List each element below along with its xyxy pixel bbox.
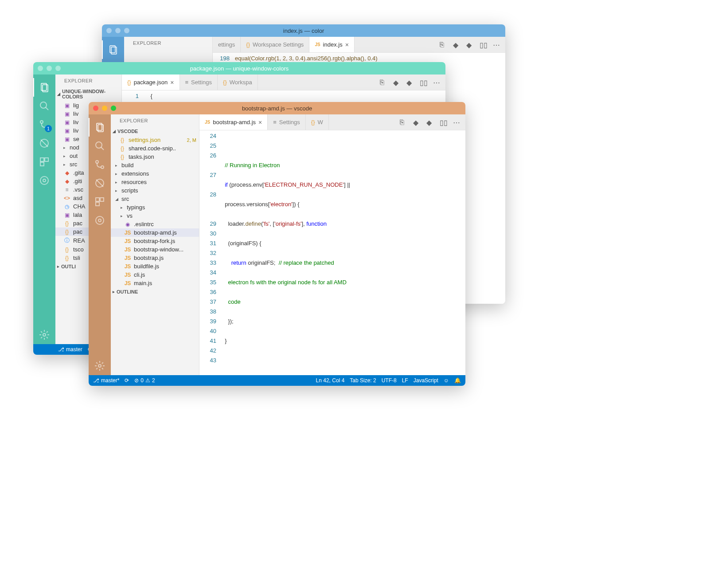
- split-icon[interactable]: ▯▯: [440, 118, 448, 126]
- titlebar[interactable]: bootstrap-amd.js — vscode: [89, 102, 465, 114]
- bookmark-icon[interactable]: ⎘: [380, 78, 388, 86]
- settings-icon[interactable]: [89, 357, 111, 375]
- maximize-button[interactable]: [124, 28, 129, 33]
- svg-point-18: [96, 142, 102, 148]
- bell-icon[interactable]: 🔔: [454, 377, 461, 384]
- svg-point-14: [43, 179, 46, 182]
- tab-workspace[interactable]: {}Workspa: [218, 74, 258, 90]
- language-mode[interactable]: JavaScript: [414, 377, 438, 384]
- tab-package-json[interactable]: {}package.json×: [122, 74, 180, 90]
- eol[interactable]: LF: [402, 377, 408, 384]
- folder-section[interactable]: ◢UNIQUE-WINDOW-COLORS: [55, 87, 121, 101]
- file-item[interactable]: {}shared.code-snip..: [111, 144, 199, 153]
- titlebar[interactable]: index.js — color: [102, 24, 505, 37]
- tab-settings[interactable]: ≡Settings: [268, 114, 306, 130]
- file-item[interactable]: JSmain.js: [111, 279, 199, 287]
- close-icon[interactable]: ×: [345, 41, 349, 48]
- scm-icon[interactable]: [89, 155, 111, 174]
- file-item[interactable]: {}settings.json2, M: [111, 136, 199, 144]
- problems-status[interactable]: ⊘ 0 ⚠ 2: [134, 377, 155, 384]
- more-icon[interactable]: ⋯: [433, 78, 441, 86]
- minimize-button[interactable]: [47, 66, 52, 71]
- scm-icon[interactable]: 1: [33, 115, 55, 134]
- gitlens-icon[interactable]: [33, 171, 55, 190]
- file-item[interactable]: JSbuildfile.js: [111, 262, 199, 270]
- tab-workspace-settings[interactable]: {}Workspace Settings: [241, 37, 309, 52]
- tab-bar: {}package.json× ≡Settings {}Workspa ⎘ ◆ …: [122, 74, 445, 90]
- next-icon[interactable]: ◆: [426, 118, 434, 126]
- file-item[interactable]: JSbootstrap-fork.js: [111, 237, 199, 245]
- close-button[interactable]: [106, 28, 112, 33]
- svg-point-27: [96, 216, 104, 224]
- tab-settings[interactable]: ettings: [213, 37, 241, 52]
- next-icon[interactable]: ◆: [466, 41, 474, 49]
- outline-section[interactable]: ▸OUTLINE: [111, 287, 199, 296]
- folder-item[interactable]: ▸vs: [111, 212, 199, 220]
- prev-icon[interactable]: ◆: [393, 78, 401, 86]
- folder-section[interactable]: ◢VSCODE: [111, 127, 199, 136]
- search-icon[interactable]: [33, 97, 55, 115]
- tab-settings[interactable]: ≡Settings: [180, 74, 218, 90]
- minimize-button[interactable]: [102, 106, 107, 111]
- file-item[interactable]: ◉.eslintrc: [111, 220, 199, 228]
- prev-icon[interactable]: ◆: [453, 41, 461, 49]
- folder-item[interactable]: ▸build: [111, 161, 199, 169]
- explorer-icon[interactable]: [89, 118, 111, 137]
- titlebar[interactable]: package.json — unique-window-colors: [33, 62, 445, 74]
- tab-size[interactable]: Tab Size: 2: [350, 377, 376, 384]
- branch-status[interactable]: ⎇ master: [58, 346, 82, 353]
- tab-index-js[interactable]: JSindex.js×: [309, 37, 355, 52]
- smiley-icon[interactable]: ☺: [444, 377, 449, 384]
- editor-actions: ⎘ ◆ ◆ ▯▯ ⋯: [440, 41, 505, 49]
- tab-bootstrap-amd[interactable]: JSbootstrap-amd.js×: [199, 114, 268, 130]
- line-gutter: 242526 27 28 293031323334353637383940414…: [199, 130, 222, 375]
- tab-workspace[interactable]: {}W: [306, 114, 329, 130]
- svg-rect-10: [40, 158, 44, 161]
- close-button[interactable]: [38, 66, 43, 71]
- search-icon[interactable]: [89, 137, 111, 155]
- extensions-icon[interactable]: [33, 153, 55, 171]
- file-item[interactable]: JSbootstrap-window...: [111, 245, 199, 254]
- code-content[interactable]: // Running in Electron if (process.env['…: [222, 130, 465, 375]
- sync-icon[interactable]: ⟳: [125, 377, 129, 384]
- file-item[interactable]: JSbootstrap.js: [111, 254, 199, 262]
- cursor-position[interactable]: Ln 42, Col 4: [316, 377, 345, 384]
- explorer-icon[interactable]: [33, 78, 55, 97]
- file-item[interactable]: JScli.js: [111, 270, 199, 279]
- folder-item[interactable]: ▸scripts: [111, 186, 199, 195]
- close-button[interactable]: [93, 106, 98, 111]
- code-editor[interactable]: 242526 27 28 293031323334353637383940414…: [199, 130, 465, 375]
- folder-item[interactable]: ▸resources: [111, 178, 199, 186]
- minimize-button[interactable]: [115, 28, 121, 33]
- tab-bar: ettings {}Workspace Settings JSindex.js×…: [213, 37, 505, 53]
- more-icon[interactable]: ⋯: [453, 118, 461, 126]
- split-icon[interactable]: ▯▯: [480, 41, 488, 49]
- prev-icon[interactable]: ◆: [413, 118, 421, 126]
- svg-line-23: [96, 180, 103, 187]
- folder-item[interactable]: ▸typings: [111, 203, 199, 212]
- folder-item[interactable]: ◢src: [111, 195, 199, 203]
- file-item[interactable]: JSbootstrap-amd.js: [111, 228, 199, 237]
- svg-rect-25: [100, 198, 104, 201]
- more-icon[interactable]: ⋯: [493, 41, 501, 49]
- debug-icon[interactable]: [89, 174, 111, 192]
- debug-icon[interactable]: [33, 134, 55, 153]
- close-icon[interactable]: ×: [170, 79, 174, 86]
- folder-item[interactable]: ▸extensions: [111, 169, 199, 178]
- editor-actions: ⎘ ◆ ◆ ▯▯ ⋯: [380, 78, 445, 86]
- bookmark-icon[interactable]: ⎘: [440, 41, 448, 49]
- bookmark-icon[interactable]: ⎘: [400, 118, 408, 126]
- extensions-icon[interactable]: [89, 192, 111, 211]
- maximize-button[interactable]: [111, 106, 116, 111]
- branch-status[interactable]: ⎇ master*: [93, 377, 119, 384]
- sidebar: EXPLORER ◢VSCODE {}settings.json2, M {}s…: [111, 114, 199, 375]
- encoding[interactable]: UTF-8: [382, 377, 397, 384]
- split-icon[interactable]: ▯▯: [420, 78, 428, 86]
- gitlens-icon[interactable]: [89, 211, 111, 230]
- settings-icon[interactable]: [33, 325, 55, 344]
- maximize-button[interactable]: [55, 66, 61, 71]
- next-icon[interactable]: ◆: [406, 78, 414, 86]
- file-item[interactable]: {}tasks.json: [111, 153, 199, 161]
- explorer-icon[interactable]: [102, 40, 124, 59]
- close-icon[interactable]: ×: [258, 119, 262, 126]
